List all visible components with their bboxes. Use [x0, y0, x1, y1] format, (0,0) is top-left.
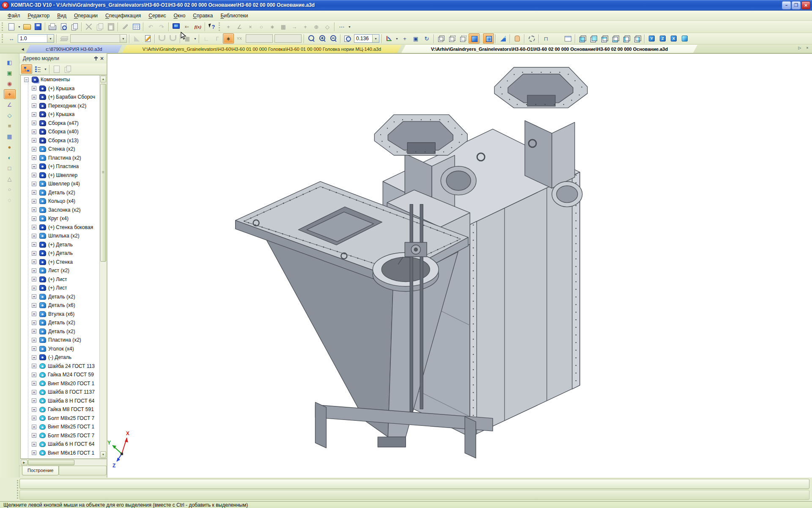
- tool-panel-14[interactable]: ◌: [4, 195, 16, 205]
- zoom-in-button[interactable]: [317, 33, 328, 44]
- angle-tool-button[interactable]: ∠: [234, 22, 245, 32]
- tree-expander[interactable]: +: [32, 338, 36, 342]
- toolbar-handle[interactable]: [2, 22, 5, 31]
- print-button[interactable]: [47, 22, 58, 32]
- cut-button[interactable]: [83, 22, 94, 32]
- tree-item[interactable]: +(+) Крышка: [21, 84, 99, 93]
- page-setup-button[interactable]: [69, 22, 80, 32]
- model-tree[interactable]: −Компоненты+(+) Крышка+(+) Барабан Сборо…: [21, 75, 99, 458]
- tree-item[interactable]: +Сборка (x40): [21, 127, 99, 136]
- tree-item[interactable]: +Винт М6х16 ГОСТ 1: [21, 449, 99, 458]
- tree-expander[interactable]: +: [32, 147, 36, 152]
- tree-item[interactable]: +Втулка (x6): [21, 310, 99, 319]
- tree-item[interactable]: +Шайба 8 Н ГОСТ 64: [21, 397, 99, 406]
- circle-tool-button[interactable]: ○: [256, 22, 267, 32]
- save-document-button[interactable]: [33, 22, 44, 32]
- tree-item[interactable]: +Сборка (x47): [21, 119, 99, 128]
- tree-horizontal-scrollbar[interactable]: ◀ ▶: [20, 459, 107, 466]
- pan-view-button[interactable]: +: [399, 33, 410, 44]
- tree-item[interactable]: +Лист (x2): [21, 266, 99, 275]
- tree-item[interactable]: +(+) Деталь: [21, 240, 99, 249]
- tree-item[interactable]: +Гайка М8 ГОСТ 591: [21, 405, 99, 414]
- tree-item[interactable]: +(+) Лист: [21, 284, 99, 293]
- report-button[interactable]: [62, 64, 73, 74]
- tree-item[interactable]: +(+) Стенка боковая: [21, 223, 99, 232]
- tree-expander[interactable]: +: [32, 164, 36, 169]
- scrollbar-thumb[interactable]: [100, 84, 106, 262]
- tree-expander[interactable]: +: [32, 95, 36, 99]
- copy-properties-button[interactable]: [120, 22, 131, 32]
- local-cs-button[interactable]: [131, 33, 142, 44]
- tree-expander[interactable]: +: [32, 286, 36, 290]
- fit-all-button[interactable]: ▣: [410, 33, 421, 44]
- tree-expander[interactable]: +: [32, 251, 36, 256]
- toolbar-handle[interactable]: [2, 34, 5, 43]
- tree-expander[interactable]: +: [32, 407, 36, 412]
- tree-expander[interactable]: +: [32, 416, 36, 420]
- tree-item[interactable]: +Деталь (x2): [21, 293, 99, 301]
- view-front-button[interactable]: [577, 33, 588, 44]
- tree-item[interactable]: +Деталь (x2): [21, 327, 99, 336]
- cross-tool-button[interactable]: +: [300, 22, 311, 32]
- menu-Сервис[interactable]: Сервис: [145, 11, 169, 20]
- specification-panel[interactable]: ▦: [4, 132, 16, 141]
- menu-Файл[interactable]: Файл: [4, 11, 24, 20]
- tree-root-components[interactable]: −Компоненты: [21, 75, 99, 84]
- tree-item[interactable]: +(-) Деталь: [21, 353, 99, 362]
- open-document-button[interactable]: [22, 22, 33, 32]
- tree-expander[interactable]: +: [32, 303, 36, 308]
- rotate-view-button[interactable]: ↻: [421, 33, 432, 44]
- menu-Вид[interactable]: Вид: [54, 11, 70, 20]
- edit-sketch-button[interactable]: [142, 33, 153, 44]
- tab-scroll-right-button[interactable]: ▷: [797, 46, 803, 50]
- relations-button[interactable]: [51, 64, 62, 74]
- tree-expander[interactable]: +: [32, 364, 36, 368]
- panel-close-icon[interactable]: ×: [99, 56, 105, 61]
- diamond-tool-button[interactable]: ◇: [322, 22, 333, 32]
- tool-panel-13[interactable]: ○: [4, 185, 16, 194]
- view-top-button[interactable]: [599, 33, 610, 44]
- vector-tool-button[interactable]: →: [289, 22, 300, 32]
- tree-expander[interactable]: +: [32, 312, 36, 316]
- point-tool-button[interactable]: +: [223, 22, 234, 32]
- tree-item[interactable]: +(+) Барабан Сбороч: [21, 93, 99, 102]
- menu-Редактор[interactable]: Редактор: [25, 11, 53, 20]
- tree-expander[interactable]: +: [32, 294, 36, 299]
- redo-button[interactable]: ↷: [156, 22, 167, 32]
- property-bar-handle[interactable]: [17, 480, 18, 499]
- tree-expander[interactable]: +: [32, 450, 36, 455]
- document-tab-2[interactable]: V:\Arhiv\Graindryers_Grainelevators\Н3-6…: [122, 45, 401, 53]
- star-snap-tool-button[interactable]: ∗: [267, 22, 278, 32]
- tree-expander[interactable]: +: [32, 277, 36, 282]
- tab-scroll-left-button[interactable]: ◀: [19, 46, 26, 53]
- remember-state-button[interactable]: [156, 33, 167, 44]
- tree-expander[interactable]: +: [32, 199, 36, 204]
- tree-expander[interactable]: +: [32, 355, 36, 360]
- window-manager-button[interactable]: [170, 22, 181, 32]
- display-perspective-button[interactable]: [497, 33, 508, 44]
- tree-item[interactable]: +Уголок (x4): [21, 345, 99, 353]
- scale-combo[interactable]: 0.136▼: [354, 34, 379, 43]
- tree-expander[interactable]: +: [32, 442, 36, 447]
- tree-item[interactable]: +Переходник (x2): [21, 102, 99, 110]
- zoom-frame-button[interactable]: [306, 33, 317, 44]
- document-tab-3[interactable]: V:\Arhiv\Graindryers_Grainelevators\Н3-6…: [401, 45, 697, 53]
- tree-item[interactable]: +Деталь (x2): [21, 318, 99, 327]
- scroll-right-button[interactable]: ▶: [21, 460, 27, 465]
- surfaces-panel[interactable]: ◉: [4, 79, 16, 88]
- coordinates-display-button[interactable]: YX: [234, 33, 245, 44]
- tree-vertical-scrollbar[interactable]: ▲ ▼: [99, 75, 107, 458]
- print-preview-button[interactable]: [58, 22, 69, 32]
- display-wireframe-button[interactable]: [436, 33, 447, 44]
- tree-expander[interactable]: +: [32, 103, 36, 108]
- zoom-out-button[interactable]: [328, 33, 339, 44]
- tree-item[interactable]: +Шайба 6 Н ГОСТ 64: [21, 440, 99, 449]
- close-button[interactable]: ×: [801, 1, 810, 9]
- scroll-down-button[interactable]: ▼: [100, 451, 106, 458]
- tree-item[interactable]: +Заслонка (x2): [21, 206, 99, 215]
- step-combo[interactable]: 1.0▼: [18, 34, 54, 43]
- view-isometry-yzx-button[interactable]: Z: [657, 33, 668, 44]
- tree-item[interactable]: +Шайба 24 ГОСТ 113: [21, 362, 99, 371]
- menu-Справка[interactable]: Справка: [189, 11, 216, 20]
- menu-Операции[interactable]: Операции: [71, 11, 101, 20]
